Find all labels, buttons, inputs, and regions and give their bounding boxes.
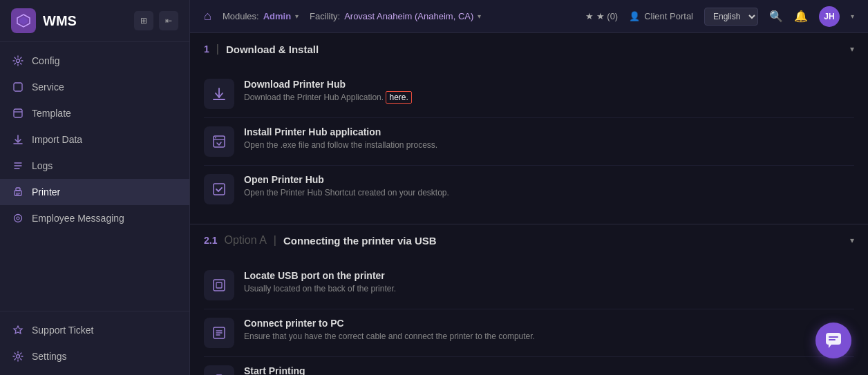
logs-nav-icon	[11, 159, 25, 173]
sidebar-footer: Support Ticket Settings	[0, 311, 189, 375]
sidebar-nav: Config + Service + Template + Import Dat…	[0, 42, 189, 311]
step-title-download-printer-hub: Download Printer Hub	[244, 79, 854, 90]
sidebar-item-printer[interactable]: Printer	[0, 179, 189, 205]
section-title-download-install: Download & Install	[226, 44, 850, 55]
svg-rect-37	[829, 336, 838, 338]
modules-dropdown-arrow[interactable]: ▾	[295, 12, 299, 20]
svg-rect-4	[14, 109, 22, 117]
favorites-label: ★ (0)	[596, 11, 619, 21]
step-title-start-printing: Start Printing	[244, 365, 854, 375]
step-icon-install-printer-hub	[204, 126, 234, 157]
step-start-printing: Start Printing	[204, 357, 854, 375]
section-chevron-download-install: ▾	[850, 44, 854, 54]
svg-point-18	[17, 355, 20, 358]
modules-section: Modules: Admin ▾	[223, 11, 299, 21]
step-icon-download-printer-hub	[204, 79, 234, 109]
sidebar-icon-buttons: ⊞ ⇤	[134, 11, 178, 30]
language-select[interactable]: English	[704, 8, 758, 26]
avatar-initials: JH	[824, 12, 834, 21]
step-connect-printer: Connect printer to PC Ensure that you ha…	[204, 309, 854, 357]
svg-rect-24	[214, 184, 225, 195]
step-text-start-printing: Start Printing	[244, 365, 854, 375]
step-icon-open-printer-hub	[204, 174, 234, 204]
step-text-locate-usb: Locate USB port on the printer Usually l…	[244, 270, 854, 294]
step-desc-download-printer-hub: Download the Printer Hub Application.	[244, 93, 386, 102]
step-desc-container-download-printer-hub: Download the Printer Hub Application. he…	[244, 93, 854, 102]
sidebar-item-logs[interactable]: Logs +	[0, 153, 189, 179]
sidebar-item-template[interactable]: Template +	[0, 100, 189, 126]
here-link-download-printer-hub[interactable]: here.	[386, 91, 411, 104]
step-desc-open-printer-hub: Open the Printer Hub Shortcut created on…	[244, 188, 449, 198]
app-name: WMS	[43, 13, 77, 29]
client-portal-label: Client Portal	[644, 11, 693, 21]
footer-item-support-ticket[interactable]: Support Ticket	[0, 317, 189, 343]
facility-section: Facility: Arovast Anaheim (Anaheim, CA) …	[310, 11, 481, 21]
sidebar-item-label-config: Config	[32, 55, 172, 66]
sidebar-item-service[interactable]: Service +	[0, 74, 189, 100]
step-install-printer-hub: Install Printer Hub application Open the…	[204, 118, 854, 166]
sidebar-item-label-printer: Printer	[32, 186, 178, 198]
section-number-download-install: 1	[204, 44, 209, 55]
collapse-icon[interactable]: ⇤	[159, 11, 178, 30]
app-logo-icon	[11, 8, 36, 33]
facility-value[interactable]: Arovast Anaheim (Anaheim, CA)	[344, 11, 473, 21]
sidebar-item-label-service: Service	[32, 81, 172, 93]
step-title-connect-printer: Connect printer to PC	[244, 318, 854, 329]
step-title-open-printer-hub: Open Printer Hub	[244, 174, 854, 185]
service-nav-icon	[11, 80, 25, 94]
home-icon[interactable]: ⌂	[204, 9, 211, 23]
grid-icon[interactable]: ⊞	[134, 11, 153, 30]
section-header-download-install[interactable]: 1 | Download & Install ▾	[190, 33, 868, 65]
step-icon-connect-printer	[204, 318, 234, 348]
step-desc-container-connect-printer: Ensure that you have the correct cable a…	[244, 331, 854, 341]
person-icon: 👤	[629, 11, 640, 21]
step-title-install-printer-hub: Install Printer Hub application	[244, 126, 854, 137]
sidebar-item-employee-messaging[interactable]: Employee Messaging +	[0, 205, 189, 231]
modules-value[interactable]: Admin	[263, 11, 291, 21]
footer-item-settings[interactable]: Settings	[0, 343, 189, 369]
svg-marker-17	[14, 326, 22, 334]
footer-item-label-support-ticket: Support Ticket	[32, 325, 94, 336]
svg-rect-3	[14, 83, 22, 91]
section-number-option-a: 2.1	[204, 235, 217, 246]
sidebar-item-label-employee-messaging: Employee Messaging	[32, 213, 172, 224]
section-header-option-a[interactable]: 2.1 Option A | Connecting the printer vi…	[190, 224, 868, 256]
user-avatar[interactable]: JH	[819, 6, 840, 27]
step-icon-start-printing	[204, 365, 234, 375]
sidebar-item-label-logs: Logs	[32, 160, 172, 171]
step-text-open-printer-hub: Open Printer Hub Open the Printer Hub Sh…	[244, 174, 854, 198]
client-portal-button[interactable]: 👤 Client Portal	[629, 11, 693, 21]
svg-point-2	[17, 59, 20, 63]
content-area: 1 | Download & Install ▾ Download Printe…	[190, 33, 868, 375]
step-desc-install-printer-hub: Open the .exe file and follow the instal…	[244, 140, 437, 150]
step-text-install-printer-hub: Install Printer Hub application Open the…	[244, 126, 854, 150]
facility-dropdown-arrow[interactable]: ▾	[478, 12, 481, 20]
config-nav-icon	[11, 54, 25, 68]
user-menu-arrow[interactable]: ▾	[851, 12, 854, 20]
section-content-download-install: Download Printer Hub Download the Printe…	[190, 65, 868, 224]
step-download-printer-hub: Download Printer Hub Download the Printe…	[204, 70, 854, 118]
svg-rect-25	[214, 280, 225, 291]
template-nav-icon	[11, 106, 25, 120]
sidebar-item-import-data[interactable]: Import Data +	[0, 126, 189, 153]
sidebar-item-config[interactable]: Config +	[0, 48, 189, 74]
step-desc-container-install-printer-hub: Open the .exe file and follow the instal…	[244, 140, 854, 150]
step-desc-container-open-printer-hub: Open the Printer Hub Shortcut created on…	[244, 188, 854, 198]
favorites-button[interactable]: ★ ★ (0)	[585, 11, 619, 21]
svg-marker-1	[19, 17, 28, 25]
notification-bell-icon[interactable]: 🔔	[794, 10, 808, 23]
printer-nav-icon	[11, 185, 25, 199]
employee-messaging-nav-icon	[11, 211, 25, 225]
step-desc-locate-usb: Usually located on the back of the print…	[244, 284, 396, 294]
svg-rect-12	[16, 188, 20, 191]
chat-fab-button[interactable]	[815, 323, 851, 358]
star-icon: ★	[585, 11, 594, 21]
search-icon[interactable]: 🔍	[769, 10, 783, 23]
step-desc-container-locate-usb: Usually located on the back of the print…	[244, 284, 854, 294]
svg-point-15	[15, 215, 22, 222]
sidebar-item-label-template: Template	[32, 108, 172, 119]
step-text-connect-printer: Connect printer to PC Ensure that you ha…	[244, 318, 854, 341]
facility-label: Facility:	[310, 11, 340, 21]
header: ⌂ Modules: Admin ▾ Facility: Arovast Ana…	[190, 0, 868, 33]
sidebar: WMS ⊞ ⇤ Config + Service + Template + Im…	[0, 0, 190, 375]
